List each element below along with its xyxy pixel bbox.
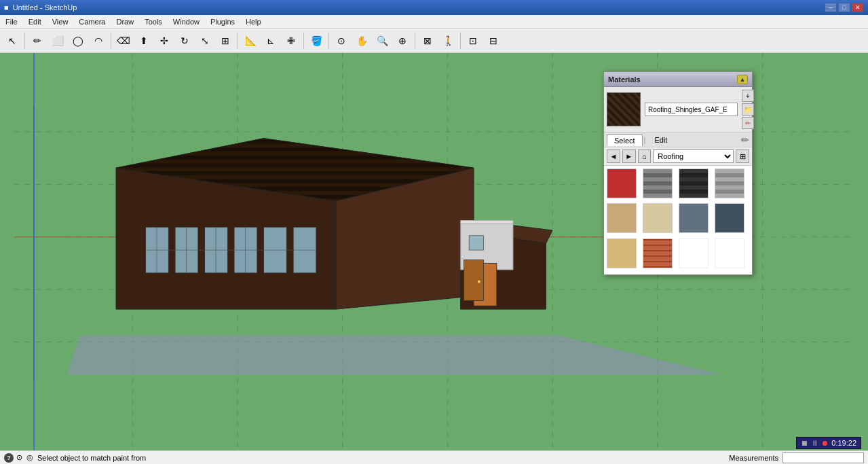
- toolbar-sep-2: [111, 33, 111, 49]
- titlebar-title: ■ Untitled - SketchUp: [4, 3, 77, 12]
- swatch-10[interactable]: [643, 238, 673, 268]
- material-name-field[interactable]: [645, 103, 738, 116]
- swatch-empty-1: [679, 238, 709, 268]
- browse-material-button[interactable]: 📁: [742, 103, 754, 115]
- move-tool-button[interactable]: ✢: [155, 31, 174, 50]
- category-dropdown[interactable]: Roofing Brick and Cladding Concrete Grou…: [653, 149, 734, 163]
- swatch-8[interactable]: [715, 203, 744, 233]
- scale-tool-button[interactable]: ⤡: [195, 31, 214, 50]
- measurements-input[interactable]: [782, 452, 864, 463]
- pencil-tool-button[interactable]: ✏: [28, 31, 47, 50]
- swatch-3[interactable]: [679, 168, 709, 198]
- paint-tool-button[interactable]: 🪣: [307, 31, 326, 50]
- toolbar-sep-1: [24, 33, 25, 49]
- svg-rect-38: [469, 236, 483, 250]
- hint-icon-2: ⊙: [16, 453, 22, 462]
- swatch-4[interactable]: [715, 168, 744, 198]
- toolbar-sep-4: [303, 33, 304, 49]
- menu-camera[interactable]: Camera: [73, 15, 111, 28]
- titlebar-controls: ─ □ ✕: [825, 3, 864, 12]
- circle-tool-button[interactable]: ◯: [69, 31, 88, 50]
- arc-tool-button[interactable]: ◠: [89, 31, 108, 50]
- eraser-tool-button[interactable]: ⌫: [114, 31, 133, 50]
- swatch-6[interactable]: Roofing_Shingles_Asphalt: [643, 203, 673, 233]
- toolbar-sep-6: [415, 33, 415, 49]
- tab-separator: |: [644, 136, 646, 144]
- timer-value: 0:19:22: [831, 439, 856, 447]
- pencil-icon[interactable]: ✏: [741, 135, 749, 145]
- select-tool-button[interactable]: ↖: [3, 31, 22, 50]
- menu-tools[interactable]: Tools: [139, 15, 168, 28]
- axes-tool-button[interactable]: ✙: [282, 31, 301, 50]
- timer-pause-icon: ⏸: [811, 439, 818, 447]
- menu-draw[interactable]: Draw: [111, 15, 139, 28]
- svg-marker-17: [116, 139, 474, 201]
- menu-file[interactable]: File: [0, 15, 23, 28]
- zoom-ext-tool-button[interactable]: ⊕: [393, 31, 412, 50]
- protractor-tool-button[interactable]: ⊾: [261, 31, 280, 50]
- status-right: Measurements: [729, 452, 864, 463]
- offset-tool-button[interactable]: ⊞: [216, 31, 235, 50]
- component-tool-button[interactable]: ⊡: [464, 31, 483, 50]
- toolbar-sep-5: [328, 33, 329, 49]
- menu-window[interactable]: Window: [168, 15, 205, 28]
- menu-edit[interactable]: Edit: [23, 15, 47, 28]
- materials-close-button[interactable]: ▲: [737, 75, 748, 84]
- timer-icon: ⏺: [821, 439, 829, 447]
- nav-back-button[interactable]: ◄: [607, 149, 620, 163]
- menubar: File Edit View Camera Draw Tools Window …: [0, 15, 868, 29]
- zoom-tool-button[interactable]: 🔍: [373, 31, 392, 50]
- swatch-9[interactable]: [607, 238, 637, 268]
- app-icon: ■: [4, 3, 9, 12]
- menu-plugins[interactable]: Plugins: [205, 15, 240, 28]
- group-tool-button[interactable]: ⊟: [484, 31, 503, 50]
- svg-marker-18: [336, 168, 474, 309]
- hint-icon: ?: [4, 453, 14, 463]
- materials-preview-area: + 📁 ✏: [604, 87, 752, 132]
- rect-tool-button[interactable]: ⬜: [48, 31, 67, 50]
- measurements-label: Measurements: [729, 454, 778, 462]
- walkthrough-tool-button[interactable]: 🚶: [438, 31, 457, 50]
- restore-button[interactable]: □: [838, 3, 850, 12]
- statusbar: ? ⊙ ◎ Select object to match paint from …: [0, 450, 868, 464]
- pan-tool-button[interactable]: ✋: [352, 31, 371, 50]
- swatch-empty-2: [715, 238, 744, 268]
- materials-nav: ◄ ► ⌂ Roofing Brick and Cladding Concret…: [604, 147, 752, 166]
- svg-rect-36: [464, 260, 483, 301]
- svg-rect-35: [474, 263, 497, 306]
- swatch-2[interactable]: [643, 168, 673, 198]
- swatch-5[interactable]: [607, 203, 637, 233]
- tab-select[interactable]: Select: [607, 135, 643, 146]
- nav-home-button[interactable]: ⌂: [638, 149, 652, 163]
- minimize-button[interactable]: ─: [825, 3, 837, 12]
- tab-edit[interactable]: Edit: [647, 134, 675, 145]
- tape-tool-button[interactable]: 📐: [241, 31, 260, 50]
- rotate-tool-button[interactable]: ↻: [175, 31, 194, 50]
- orbit-tool-button[interactable]: ⊙: [332, 31, 351, 50]
- preview-icons: + 📁 ✏: [742, 90, 754, 129]
- menu-help[interactable]: Help: [240, 15, 267, 28]
- sample-paint-button[interactable]: ✏: [742, 117, 754, 129]
- svg-rect-24: [146, 227, 169, 273]
- status-hint-text: Select object to match paint from: [37, 454, 146, 462]
- materials-title: Materials: [608, 75, 641, 84]
- swatch-1[interactable]: [607, 168, 637, 198]
- nav-forward-button[interactable]: ►: [622, 149, 636, 163]
- toolbar-sep-7: [460, 33, 461, 49]
- close-button[interactable]: ✕: [852, 3, 864, 12]
- svg-rect-26: [205, 227, 228, 273]
- hint-icon-3: ◎: [26, 453, 33, 462]
- section-tool-button[interactable]: ⊠: [418, 31, 437, 50]
- svg-marker-23: [461, 221, 513, 224]
- svg-marker-16: [116, 168, 336, 309]
- swatch-7[interactable]: [679, 203, 709, 233]
- create-material-button[interactable]: +: [742, 90, 754, 102]
- svg-rect-28: [264, 227, 287, 273]
- menu-view[interactable]: View: [47, 15, 74, 28]
- preview-swatch: [607, 92, 641, 126]
- svg-rect-27: [234, 227, 257, 273]
- nav-details-button[interactable]: ⊞: [736, 149, 749, 163]
- push-pull-tool-button[interactable]: ⬆: [134, 31, 153, 50]
- materials-titlebar: Materials ▲: [604, 72, 752, 87]
- status-hint: ? ⊙ ◎ Select object to match paint from: [4, 453, 146, 463]
